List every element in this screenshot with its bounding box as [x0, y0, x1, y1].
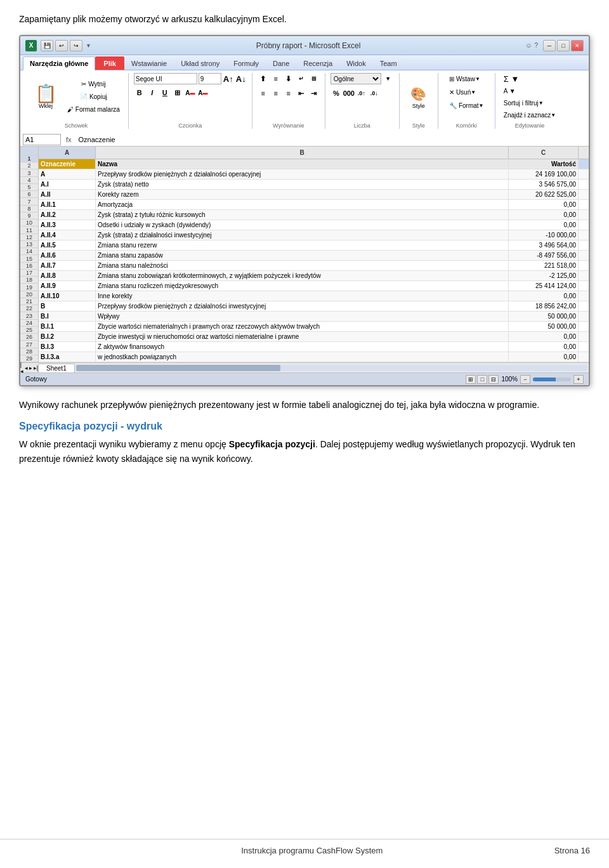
decrease-font-btn[interactable]: A↓ [235, 73, 247, 84]
layout-view-btn[interactable]: □ [477, 375, 487, 384]
copy-button[interactable]: 📄 Kopiuj [64, 91, 123, 103]
cell-a8[interactable]: A.II.4 [39, 230, 96, 240]
normal-view-btn[interactable]: ⊞ [466, 375, 476, 384]
h-scroll-track[interactable] [76, 365, 587, 371]
tab-formuly[interactable]: Formuły [226, 56, 266, 70]
insert-cells-btn[interactable]: ⊞ Wstaw ▼ [446, 73, 483, 84]
percent-btn[interactable]: % [331, 88, 342, 99]
cell-c17[interactable]: 50 000,00 [509, 322, 579, 331]
table-row[interactable]: A Przepływy środków pieniężnych z działa… [39, 169, 589, 180]
table-row[interactable]: A.I Zysk (strata) netto 3 546 575,00 [39, 180, 589, 190]
cell-c20[interactable]: 0,00 [509, 352, 579, 362]
zoom-minus-btn[interactable]: − [520, 375, 530, 384]
format-painter-button[interactable]: 🖌 Format malarza [64, 104, 123, 115]
cell-c18[interactable]: 0,00 [509, 332, 579, 341]
cell-b5[interactable]: Amortyzacja [96, 200, 509, 209]
cell-b9[interactable]: Zmiana stanu rezerw [96, 240, 509, 250]
table-row[interactable]: A.II.3 Odsetki i udziały w zyskach (dywi… [39, 220, 589, 230]
horizontal-scrollbar[interactable]: |◂ ◂ ▸ ▸| Sheet1 [20, 362, 589, 372]
cell-b13[interactable]: Zmiana stanu rozliczeń międzyokresowych [96, 281, 509, 291]
sort-btn[interactable]: Sortuj i filtruj ▼ [501, 97, 547, 109]
formula-input[interactable] [77, 134, 586, 145]
col-header-c[interactable]: C [509, 147, 579, 159]
cell-reference-input[interactable] [23, 134, 61, 145]
cell-b4[interactable]: Korekty razem [96, 190, 509, 199]
cell-b19[interactable]: Z aktywów finansowych [96, 342, 509, 352]
increase-font-btn[interactable]: A↑ [223, 73, 234, 84]
align-bottom-btn[interactable]: ⬇ [283, 73, 294, 84]
cell-c8[interactable]: -10 000,00 [509, 230, 579, 240]
cell-b12[interactable]: Zmiana stanu zobowiązań krótkoterminowyc… [96, 271, 509, 280]
cell-c10[interactable]: -8 497 556,00 [509, 251, 579, 260]
table-row[interactable]: A.II.7 Zmiana stanu należności 221 518,0… [39, 261, 589, 271]
zoom-plus-btn[interactable]: + [573, 375, 584, 384]
cell-a11[interactable]: A.II.7 [39, 261, 96, 270]
cell-c16[interactable]: 50 000,00 [509, 312, 579, 321]
merge-btn[interactable]: ⊞ [308, 73, 320, 84]
format-cells-btn[interactable]: 🔧 Format ▼ [446, 100, 487, 111]
table-row[interactable]: B.I.1 Zbycie wartości niematerialnych i … [39, 322, 589, 332]
cell-a20[interactable]: B.I.3.a [39, 352, 96, 362]
cell-b16[interactable]: Wpływy [96, 312, 509, 321]
number-format-arrow[interactable]: ▼ [383, 73, 394, 84]
table-row[interactable]: B.I.3.a w jednostkach powiązanych 0,00 [39, 352, 589, 362]
table-row[interactable]: B.I Wpływy 50 000,00 [39, 312, 589, 322]
cell-c15[interactable]: 18 856 242,00 [509, 301, 579, 311]
cell-b17[interactable]: Zbycie wartości niematerialnych i prawny… [96, 322, 509, 331]
cell-c6[interactable]: 0,00 [509, 210, 579, 220]
table-row[interactable]: A.II.2 Zysk (strata) z tytułu różnic kur… [39, 210, 589, 220]
cell-b15[interactable]: Przepływy środków pieniężnych z działaln… [96, 301, 509, 311]
border-btn[interactable]: ⊞ [172, 87, 183, 98]
cut-button[interactable]: ✂ Wytnij [64, 79, 123, 90]
align-left-btn[interactable]: ≡ [258, 88, 269, 99]
underline-btn[interactable]: U [159, 87, 171, 98]
cell-b7[interactable]: Odsetki i udziały w zyskach (dywidendy) [96, 220, 509, 230]
quick-undo-btn[interactable]: ↩ [55, 40, 68, 51]
table-row[interactable]: B.I.3 Z aktywów finansowych 0,00 [39, 342, 589, 352]
cell-c9[interactable]: 3 496 564,00 [509, 240, 579, 250]
fill-color-btn[interactable]: A▬ [185, 87, 196, 98]
tab-recenzja[interactable]: Recenzja [296, 56, 339, 70]
table-row[interactable]: A.II.6 Zmiana stanu zapasów -8 497 556,0… [39, 251, 589, 261]
table-row[interactable]: A.II.1 Amortyzacja 0,00 [39, 200, 589, 210]
table-row[interactable]: A.II.10 Inne korekty 0,00 [39, 291, 589, 301]
sheet-nav-first[interactable]: |◂ [20, 362, 23, 374]
cell-b11[interactable]: Zmiana stanu należności [96, 261, 509, 270]
align-top-btn[interactable]: ⬆ [258, 73, 269, 84]
cell-a4[interactable]: A.II [39, 190, 96, 199]
help-icon[interactable]: ☺ [525, 42, 532, 49]
cell-b10[interactable]: Zmiana stanu zapasów [96, 251, 509, 260]
delete-cells-btn[interactable]: ✕ Usuń ▼ [446, 86, 479, 98]
cell-b20[interactable]: w jednostkach powiązanych [96, 352, 509, 362]
help-btn[interactable]: ? [534, 42, 538, 49]
italic-btn[interactable]: I [147, 87, 158, 98]
cell-a18[interactable]: B.I.2 [39, 332, 96, 341]
cell-c11[interactable]: 221 518,00 [509, 261, 579, 270]
sheet-nav-prev[interactable]: ◂ [25, 365, 28, 371]
sheet-tab-1[interactable]: Sheet1 [38, 364, 75, 372]
font-size-input[interactable] [199, 73, 221, 84]
tab-dane[interactable]: Dane [266, 56, 296, 70]
cell-c7[interactable]: 0,00 [509, 220, 579, 230]
table-row[interactable]: A.II.8 Zmiana stanu zobowiązań krótkoter… [39, 271, 589, 281]
cell-a5[interactable]: A.II.1 [39, 200, 96, 209]
cell-c5[interactable]: 0,00 [509, 200, 579, 209]
style-btn[interactable]: 🎨 Style [405, 81, 433, 114]
sum-btn[interactable]: Σ ▼ [501, 73, 523, 84]
maximize-btn[interactable]: □ [557, 40, 570, 51]
cell-c2[interactable]: 24 169 100,00 [509, 169, 579, 179]
cell-a16[interactable]: B.I [39, 312, 96, 321]
cell-a17[interactable]: B.I.1 [39, 322, 96, 331]
cell-b8[interactable]: Zysk (strata) z działalności inwestycyjn… [96, 230, 509, 240]
h-scroll-thumb[interactable] [76, 365, 281, 371]
cell-b2[interactable]: Przepływy środków pieniężnych z działaln… [96, 169, 509, 179]
increase-indent-btn[interactable]: ⇥ [308, 88, 320, 99]
cell-a1[interactable]: Oznaczenie [39, 159, 96, 169]
table-row[interactable]: A.II.5 Zmiana stanu rezerw 3 496 564,00 [39, 240, 589, 251]
cell-b3[interactable]: Zysk (strata) netto [96, 180, 509, 189]
minimize-btn[interactable]: ─ [543, 40, 556, 51]
font-name-input[interactable] [134, 73, 197, 84]
cell-a9[interactable]: A.II.5 [39, 240, 96, 250]
number-format-select[interactable]: Ogólne [331, 73, 381, 84]
align-center-btn[interactable]: ≡ [270, 88, 282, 99]
